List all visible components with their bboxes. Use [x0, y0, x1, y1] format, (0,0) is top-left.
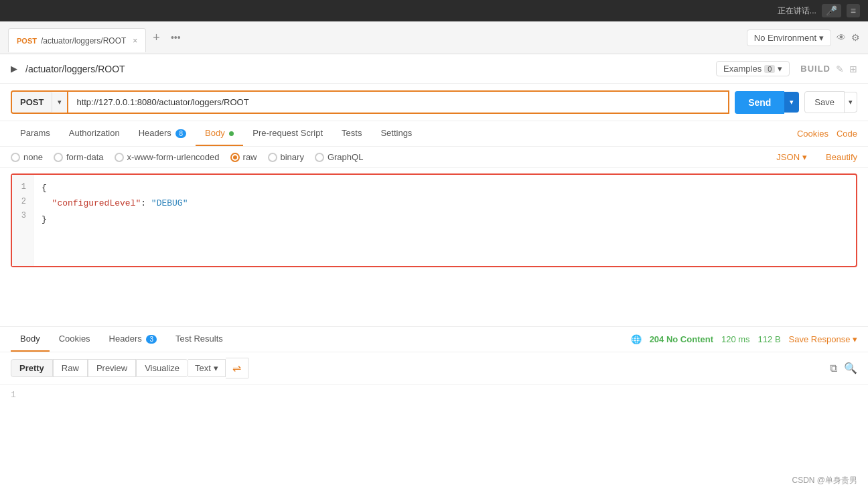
examples-count: 0: [764, 65, 775, 73]
radio-binary[interactable]: binary: [268, 152, 304, 162]
editor-spacer: [0, 273, 868, 326]
radio-circle-form-data: [54, 153, 63, 162]
search-icon[interactable]: 🔍: [844, 362, 857, 374]
headers-badge: 8: [175, 129, 186, 138]
tab-authorization[interactable]: Authorization: [60, 121, 129, 146]
url-bar: POST ▾ Send ▾ Save ▾: [0, 84, 868, 121]
body-type-bar: none form-data x-www-form-urlencoded raw…: [0, 147, 868, 168]
response-action-icons: ⧉ 🔍: [830, 362, 857, 374]
examples-label: Examples: [723, 64, 762, 74]
tab-path: /actuator/loggers/ROOT: [41, 36, 126, 46]
response-size: 112 B: [758, 334, 781, 344]
save-button[interactable]: Save: [804, 91, 845, 113]
format-dropdown-arrow: ▾: [802, 152, 807, 162]
fmt-preview-button[interactable]: Preview: [88, 359, 136, 377]
tab-params[interactable]: Params: [11, 121, 60, 146]
code-line-3: }: [42, 212, 848, 227]
top-bar: 正在讲话... 🎤 ≡: [0, 0, 868, 21]
globe-icon[interactable]: 🌐: [631, 334, 642, 344]
response-section: Body Cookies Headers 3 Test Results 🌐 20…: [0, 326, 868, 405]
collapse-triangle-icon[interactable]: ▶: [11, 64, 17, 74]
line-numbers: 1 2 3: [12, 175, 33, 266]
resp-tab-test-results[interactable]: Test Results: [166, 327, 232, 352]
format-label: JSON: [776, 152, 800, 162]
code-content[interactable]: { "configuredLevel": "DEBUG" }: [33, 175, 856, 266]
body-active-dot: [229, 131, 234, 136]
resp-headers-badge: 3: [146, 335, 157, 344]
save-dropdown-arrow[interactable]: ▾: [845, 92, 857, 113]
format-selector[interactable]: JSON ▾: [776, 152, 807, 162]
radio-circle-urlencoded: [115, 153, 124, 162]
line-num-2: 2: [19, 195, 26, 210]
url-input[interactable]: [68, 92, 728, 113]
radio-form-data[interactable]: form-data: [54, 152, 104, 162]
radio-circle-graphql: [315, 153, 324, 162]
response-meta: 🌐 204 No Content 120 ms 112 B Save Respo…: [631, 334, 857, 344]
request-tabs-nav: Params Authorization Headers 8 Body Pre-…: [0, 121, 868, 147]
request-tab[interactable]: POST /actuator/loggers/ROOT ×: [8, 28, 146, 52]
beautify-button[interactable]: Beautify: [826, 152, 857, 162]
method-selector[interactable]: POST ▾: [11, 90, 68, 114]
response-status: 204 No Content: [650, 334, 713, 344]
send-dropdown-arrow[interactable]: ▾: [784, 92, 799, 113]
fmt-pretty-button[interactable]: Pretty: [11, 359, 53, 377]
eye-icon[interactable]: 👁: [837, 32, 846, 43]
resp-tab-body[interactable]: Body: [11, 327, 50, 352]
menu-icon[interactable]: ≡: [847, 4, 860, 17]
url-input-wrapper: [68, 90, 729, 114]
environment-label: No Environment: [754, 33, 816, 43]
wrap-button[interactable]: ⇌: [226, 358, 248, 378]
code-line-2: "configuredLevel": "DEBUG": [42, 196, 848, 211]
code-line-1: {: [42, 180, 848, 196]
method-button[interactable]: POST: [12, 92, 52, 113]
settings-sliders-icon[interactable]: ⚙: [851, 32, 860, 43]
radio-circle-raw: [230, 153, 240, 162]
grid-icon[interactable]: ⊞: [849, 64, 857, 74]
response-format-bar: Pretty Raw Preview Visualize Text ▾ ⇌ ⧉ …: [0, 352, 868, 384]
build-button[interactable]: BUILD: [800, 64, 830, 74]
tab-method: POST: [17, 37, 37, 45]
status-text: 正在讲话...: [778, 5, 816, 17]
format-type-dropdown[interactable]: Text ▾: [188, 359, 226, 377]
radio-none[interactable]: none: [11, 152, 43, 162]
request-title-bar: ▶ /actuator/loggers/ROOT Examples 0 ▾ BU…: [0, 54, 868, 84]
response-body: 1: [0, 384, 868, 405]
tab-pre-request-script[interactable]: Pre-request Script: [243, 121, 332, 146]
cookies-link[interactable]: Cookies: [797, 129, 828, 139]
edit-icon[interactable]: ✎: [836, 64, 844, 74]
tab-body[interactable]: Body: [196, 121, 243, 146]
radio-circle-binary: [268, 153, 277, 162]
method-dropdown-arrow[interactable]: ▾: [52, 92, 67, 112]
save-response-button[interactable]: Save Response ▾: [789, 334, 857, 344]
copy-icon[interactable]: ⧉: [830, 362, 837, 374]
radio-raw[interactable]: raw: [230, 152, 257, 162]
response-tabs-bar: Body Cookies Headers 3 Test Results 🌐 20…: [0, 327, 868, 352]
add-tab-button[interactable]: +: [149, 31, 164, 45]
response-time: 120 ms: [721, 334, 750, 344]
fmt-visualize-button[interactable]: Visualize: [136, 359, 188, 377]
tab-close-icon[interactable]: ×: [133, 36, 137, 46]
radio-urlencoded[interactable]: x-www-form-urlencoded: [115, 152, 220, 162]
radio-circle-none: [11, 153, 20, 162]
environment-selector[interactable]: No Environment ▾: [747, 29, 831, 46]
env-dropdown-arrow: ▾: [819, 33, 824, 43]
more-tabs-button[interactable]: •••: [167, 32, 185, 43]
fmt-raw-button[interactable]: Raw: [53, 359, 88, 377]
radio-graphql[interactable]: GraphQL: [315, 152, 363, 162]
send-button[interactable]: Send: [735, 91, 784, 114]
code-link[interactable]: Code: [837, 129, 857, 139]
examples-button[interactable]: Examples 0 ▾: [716, 61, 790, 76]
format-type-arrow: ▾: [214, 363, 218, 373]
resp-tab-cookies[interactable]: Cookies: [50, 327, 100, 352]
line-num-1: 1: [19, 180, 26, 195]
examples-dropdown-arrow: ▾: [778, 64, 782, 74]
mic-icon[interactable]: 🎤: [822, 4, 841, 17]
request-path-title: /actuator/loggers/ROOT: [25, 64, 711, 74]
resp-line-num-1: 1: [11, 390, 16, 400]
tab-tests[interactable]: Tests: [332, 121, 371, 146]
line-num-3: 3: [19, 209, 26, 224]
code-editor[interactable]: 1 2 3 { "configuredLevel": "DEBUG" }: [11, 173, 857, 267]
tab-settings[interactable]: Settings: [371, 121, 421, 146]
resp-tab-headers[interactable]: Headers 3: [100, 327, 166, 352]
tab-headers[interactable]: Headers 8: [129, 121, 196, 146]
